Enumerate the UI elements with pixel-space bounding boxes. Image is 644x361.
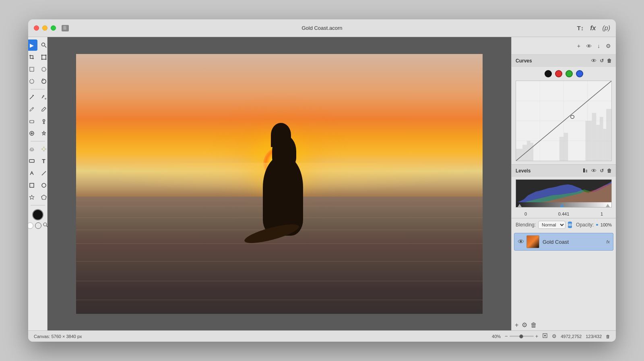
svg-point-32: [43, 223, 47, 226]
channel-blue[interactable]: [576, 70, 583, 77]
rect-select-tool[interactable]: [28, 64, 37, 75]
canvas-image: [76, 54, 483, 314]
tool-row-13: [28, 192, 50, 203]
svg-rect-49: [592, 113, 597, 161]
svg-rect-42: [516, 149, 522, 161]
opacity-slider[interactable]: [596, 224, 598, 226]
layer-visibility-icon[interactable]: [518, 239, 524, 245]
svg-marker-31: [41, 195, 46, 199]
levels-refresh-icon[interactable]: ↺: [600, 168, 604, 174]
tool-row-5: [28, 91, 50, 103]
star-tool[interactable]: [28, 192, 37, 203]
layers-empty-area: [512, 252, 616, 318]
svg-point-7: [45, 59, 46, 60]
fx-icon[interactable]: fx: [590, 25, 596, 32]
pen-tool[interactable]: [28, 168, 37, 179]
svg-rect-51: [600, 117, 603, 161]
curves-eye-icon[interactable]: [591, 58, 597, 64]
minimize-button[interactable]: [42, 25, 47, 31]
swap-colors[interactable]: [35, 222, 41, 229]
tool-row-9: [28, 143, 50, 155]
move-tool[interactable]: ▶: [28, 39, 37, 51]
curves-refresh-icon[interactable]: ↺: [600, 58, 604, 64]
levels-trash-icon[interactable]: 🗑: [607, 168, 612, 174]
layer-thumbnail: [526, 235, 539, 248]
curves-trash-icon[interactable]: 🗑: [607, 58, 612, 64]
layer-item[interactable]: Gold Coast fx: [514, 233, 613, 251]
crop-tool[interactable]: [28, 52, 37, 63]
tool-row-7: [28, 116, 50, 127]
tool-panel: ▶: [28, 37, 47, 330]
statusbar-trash-icon[interactable]: 🗑: [606, 334, 610, 339]
panel-toolbar: + ↓ ⚙: [512, 37, 616, 55]
svg-line-28: [42, 171, 46, 175]
svg-rect-50: [596, 125, 600, 161]
curves-section: Curves ↺ 🗑: [512, 55, 616, 165]
svg-point-35: [593, 60, 594, 61]
layer-name: Gold Coast: [543, 239, 605, 245]
clone-tool[interactable]: [28, 128, 37, 139]
brush-tool[interactable]: [28, 104, 37, 115]
channel-red[interactable]: [555, 70, 562, 77]
tool-divider-2: [31, 141, 45, 141]
tool-row-4: [28, 76, 50, 87]
eye-filter-icon[interactable]: [586, 43, 592, 49]
zoom-slider[interactable]: [510, 336, 534, 337]
levels-auto-icon[interactable]: [583, 168, 588, 174]
tool-row-11: [28, 168, 50, 179]
levels-min-value: 0: [516, 212, 536, 216]
text-format-icon[interactable]: T↕: [577, 25, 584, 31]
zoom-out-icon[interactable]: −: [505, 333, 508, 339]
levels-header: Levels ↺ 🗑: [512, 165, 616, 177]
levels-eye-icon[interactable]: [591, 168, 597, 174]
svg-rect-48: [585, 121, 592, 161]
maximize-button[interactable]: [51, 25, 56, 31]
lasso-tool[interactable]: [28, 76, 37, 87]
blend-mode-select[interactable]: Normal Multiply Screen Overlay: [538, 221, 566, 229]
tool-row-3: [28, 64, 50, 75]
svg-point-9: [42, 67, 46, 71]
curves-graph[interactable]: [516, 81, 612, 161]
svg-rect-3: [42, 55, 46, 59]
titlebar: Gold Coast.acorn T↕ fx (p): [28, 19, 616, 37]
stamp-icon[interactable]: (p): [602, 25, 610, 32]
close-button[interactable]: [34, 25, 39, 31]
foreground-color[interactable]: [32, 209, 43, 220]
svg-point-4: [41, 55, 42, 56]
add-layer-icon[interactable]: +: [515, 322, 518, 329]
svg-rect-47: [564, 133, 568, 161]
eraser-tool[interactable]: [28, 116, 37, 127]
shape-square-tool[interactable]: [28, 180, 37, 191]
svg-point-21: [30, 148, 33, 150]
canvas-area[interactable]: [47, 37, 511, 330]
svg-point-1: [41, 43, 45, 46]
background-color[interactable]: [28, 222, 33, 229]
color-row: [28, 222, 48, 229]
layer-trash-icon[interactable]: 🗑: [530, 322, 537, 329]
add-filter-icon[interactable]: +: [577, 43, 580, 49]
zoom-value: 40%: [492, 334, 501, 339]
opacity-label: Opacity:: [576, 222, 594, 228]
settings-icon[interactable]: ⚙: [552, 333, 557, 339]
layer-settings-icon[interactable]: ⚙: [522, 321, 527, 329]
svg-line-2: [45, 46, 46, 48]
zoom-thumb[interactable]: [519, 334, 523, 338]
curves-header: Curves ↺ 🗑: [512, 55, 616, 67]
download-filter-icon[interactable]: ↓: [597, 43, 600, 49]
channel-green[interactable]: [566, 70, 573, 77]
right-panel: + ↓ ⚙ Curves ↺ 🗑: [511, 37, 616, 330]
svg-rect-52: [603, 129, 607, 161]
shape-rect-tool[interactable]: [28, 156, 37, 167]
window-controls: [34, 25, 56, 31]
fit-canvas-icon[interactable]: [542, 333, 548, 340]
settings-filter-icon[interactable]: ⚙: [606, 43, 611, 49]
channel-composite[interactable]: [545, 70, 552, 77]
heal-tool[interactable]: [28, 143, 37, 155]
curves-title: Curves: [516, 58, 588, 64]
svg-point-30: [42, 183, 46, 187]
blending-label: Blending:: [516, 222, 536, 228]
magic-wand-tool[interactable]: [28, 91, 37, 103]
zoom-controls: − +: [505, 333, 538, 339]
zoom-in-icon[interactable]: +: [535, 333, 539, 339]
levels-mid-value: 0.441: [554, 212, 574, 216]
